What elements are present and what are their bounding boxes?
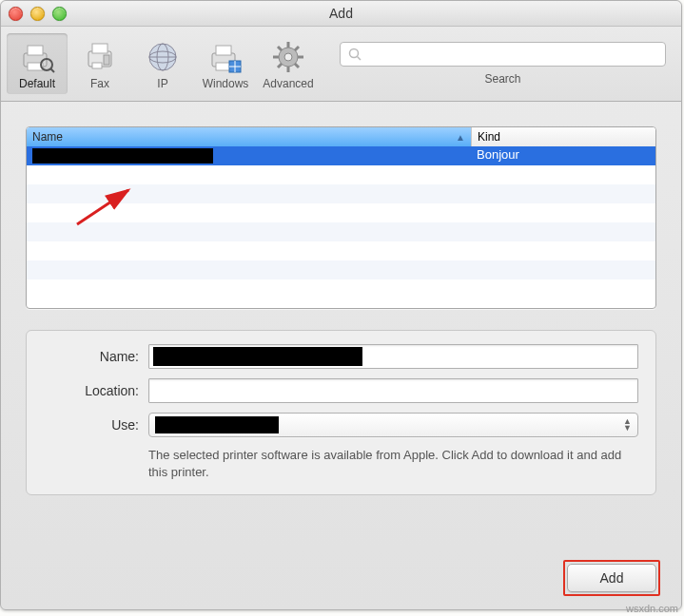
search-label: Search (484, 72, 520, 86)
search-input[interactable] (340, 42, 666, 67)
svg-rect-7 (92, 63, 102, 68)
location-input[interactable] (148, 378, 638, 403)
printer-details-form: Name: Location: Use: ▲▼ The selected pri… (26, 330, 656, 495)
list-row (27, 241, 655, 260)
column-kind-header[interactable]: Kind (472, 127, 655, 146)
toolbar-label: Advanced (258, 77, 319, 90)
toolbar-default-tab[interactable]: Default (7, 33, 68, 94)
svg-rect-8 (104, 55, 109, 65)
content-area: Name ▲ Kind Bonjour Name: (1, 102, 681, 505)
toolbar-label: Default (7, 77, 68, 90)
svg-point-20 (284, 53, 292, 61)
redacted-name-value (153, 347, 362, 366)
list-row (27, 279, 655, 298)
list-row[interactable]: Bonjour (27, 146, 655, 165)
list-row (27, 165, 655, 184)
svg-line-30 (358, 57, 362, 61)
software-hint: The selected printer software is availab… (148, 447, 638, 481)
redacted-use-value (155, 416, 279, 433)
svg-rect-1 (28, 46, 43, 55)
redacted-name (32, 148, 213, 164)
list-row (27, 184, 655, 203)
add-button[interactable]: Add (567, 564, 656, 592)
toolbar-label: Windows (195, 77, 256, 90)
use-label: Use: (34, 417, 148, 433)
toolbar-label: IP (132, 77, 193, 90)
windows-printer-icon (195, 37, 256, 77)
window-title: Add (1, 6, 681, 21)
toolbar-windows-tab[interactable]: Windows (195, 33, 256, 94)
svg-rect-6 (92, 44, 107, 53)
fax-icon (69, 37, 130, 77)
location-label: Location: (34, 383, 148, 398)
svg-point-29 (350, 49, 359, 58)
printer-list: Name ▲ Kind Bonjour (26, 126, 656, 309)
row-kind-cell: Bonjour (471, 146, 655, 165)
svg-line-27 (278, 64, 282, 67)
toolbar-advanced-tab[interactable]: Advanced (258, 33, 319, 94)
printer-search-icon (7, 37, 68, 77)
footer: Add (563, 560, 660, 596)
sort-ascending-icon: ▲ (456, 132, 465, 143)
row-name-cell (27, 146, 471, 165)
watermark: wsxdn.com (626, 603, 678, 614)
add-button-label: Add (600, 570, 624, 586)
highlight-annotation: Add (563, 560, 660, 596)
toolbar-ip-tab[interactable]: IP (132, 33, 193, 94)
chevron-up-down-icon: ▲▼ (623, 418, 632, 432)
svg-line-28 (295, 47, 299, 50)
column-name-label: Name (32, 130, 63, 144)
column-name-header[interactable]: Name ▲ (27, 127, 472, 146)
name-label: Name: (34, 349, 148, 364)
gear-icon (258, 37, 319, 77)
globe-icon (132, 37, 193, 77)
toolbar-label: Fax (69, 77, 130, 90)
svg-line-25 (278, 47, 282, 50)
name-input[interactable] (148, 344, 638, 369)
search-container: Search (340, 42, 666, 86)
svg-line-4 (50, 68, 54, 72)
list-row (27, 260, 655, 279)
toolbar-fax-tab[interactable]: Fax (69, 33, 130, 94)
toolbar: Default Fax IP (1, 27, 681, 102)
svg-line-26 (295, 64, 299, 67)
svg-rect-14 (216, 46, 231, 55)
use-select[interactable]: ▲▼ (148, 413, 638, 437)
titlebar: Add (1, 1, 681, 27)
list-row (27, 203, 655, 222)
list-header: Name ▲ Kind (27, 127, 655, 146)
add-printer-window: Add Default (0, 0, 682, 610)
list-row (27, 222, 655, 241)
column-kind-label: Kind (478, 130, 500, 144)
search-icon (348, 48, 362, 61)
